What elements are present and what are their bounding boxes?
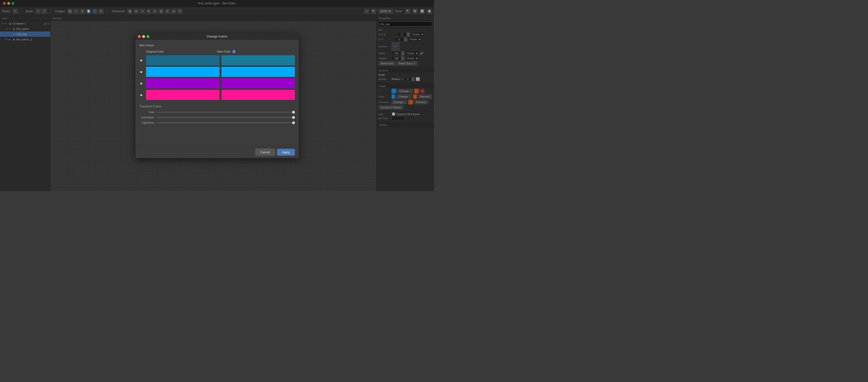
original-label: Original Color: [146,50,164,53]
hue-slider[interactable] [157,112,295,113]
original-col-header: Original Color: [146,50,217,53]
lightness-thumb[interactable] [292,121,295,124]
cancel-button[interactable]: Cancel [255,149,275,156]
change-colors-dialog: Change Colors Skin Colors Original Color… [135,33,299,158]
lightness-slider[interactable] [157,122,295,123]
original-swatch-4[interactable] [146,90,219,100]
lightness-row: Lightness: [139,121,295,124]
hue-thumb[interactable] [292,111,295,114]
saturation-thumb[interactable] [292,116,295,119]
new-col-header: New Color: i [217,50,288,53]
color-row-4: ▶ [139,90,295,100]
modal-close-btn[interactable] [138,35,141,38]
color-row-1: ▶ [139,55,295,65]
new-swatch-3[interactable] [221,78,295,88]
modal-titlebar: Change Colors [135,33,299,40]
modal-overlay: Change Colors Skin Colors Original Color… [0,0,434,191]
original-swatch-3[interactable] [146,78,219,88]
modal-max-btn[interactable] [147,35,149,38]
arrow-3: ▶ [139,82,144,85]
modal-title: Change Colors [207,35,227,38]
color-table-header: Original Color: New Color: i [139,50,295,53]
hue-label: Hue: [139,111,155,114]
new-swatch-4[interactable] [221,90,295,100]
saturation-label: Saturation: [139,116,155,119]
arrow-4: ▶ [139,93,144,96]
info-icon[interactable]: i [232,50,236,53]
new-label: New Color: [217,50,231,53]
lightness-label: Lightness: [139,121,155,124]
skin-colors-label: Skin Colors [139,44,295,47]
arrow-2: ▶ [139,70,144,74]
apply-button[interactable]: Apply [277,149,295,156]
new-swatch-2[interactable] [221,67,295,77]
original-swatch-1[interactable] [146,55,219,65]
modal-controls[interactable] [138,35,149,38]
arrow-1: ▶ [139,59,144,62]
color-row-3: ▶ [139,78,295,88]
transform-label: Transform Colors [139,105,295,108]
saturation-row: Saturation: [139,116,295,119]
original-swatch-2[interactable] [146,67,219,77]
new-swatch-1[interactable] [221,55,295,65]
transform-section: Transform Colors Hue: Saturation: Lightn… [139,105,295,124]
modal-content: Skin Colors Original Color: New Color: i… [135,40,299,146]
hue-row: Hue: [139,111,295,114]
saturation-slider[interactable] [157,117,295,118]
modal-min-btn[interactable] [142,35,145,38]
color-row-2: ▶ [139,67,295,77]
modal-footer: Cancel Apply [135,146,299,158]
